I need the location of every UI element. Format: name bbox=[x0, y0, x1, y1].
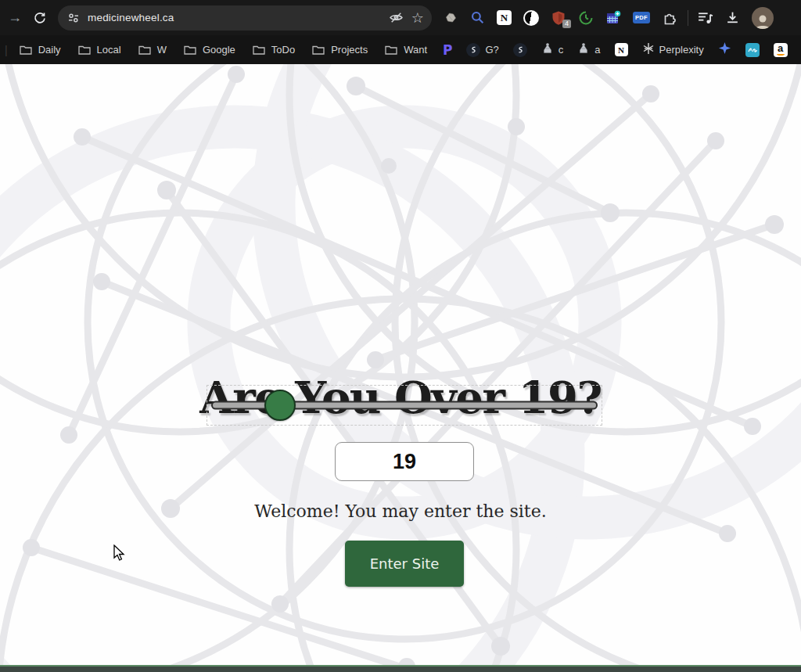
calendar-extension-icon[interactable] bbox=[605, 10, 621, 26]
p-favicon: P bbox=[443, 42, 452, 58]
enter-site-button[interactable]: Enter Site bbox=[345, 541, 464, 587]
bookmark-amazon[interactable]: a bbox=[774, 43, 788, 57]
eye-off-icon[interactable] bbox=[389, 10, 404, 25]
folder-icon bbox=[253, 44, 265, 56]
robed-figure-favicon bbox=[541, 42, 554, 58]
bookmark-perplexity[interactable]: Perplexity bbox=[642, 42, 704, 58]
bookmark-label: G? bbox=[485, 44, 498, 56]
footer-bar bbox=[0, 665, 801, 672]
age-input[interactable]: 19 bbox=[335, 442, 474, 481]
media-queue-icon[interactable] bbox=[697, 10, 713, 25]
bookmark-folder-daily[interactable]: Daily bbox=[20, 44, 61, 56]
bookmark-label: Projects bbox=[331, 44, 368, 56]
bookmark-folder-want[interactable]: Want bbox=[385, 44, 427, 56]
bookmark-label: W bbox=[157, 44, 167, 56]
bookmark-folder-todo[interactable]: ToDo bbox=[253, 44, 295, 56]
url-text[interactable]: medicinewheel.ca bbox=[88, 12, 381, 23]
dark-mode-extension-icon[interactable] bbox=[523, 10, 539, 26]
bookmark-label: Daily bbox=[38, 44, 61, 56]
site-settings-icon[interactable] bbox=[67, 12, 80, 24]
folder-icon bbox=[184, 44, 196, 56]
bookmark-label: Google bbox=[203, 44, 235, 56]
bookmark-label: Local bbox=[97, 44, 121, 56]
bookmark-label: a bbox=[594, 44, 600, 56]
notion-favicon: N bbox=[615, 43, 628, 56]
mouse-cursor bbox=[113, 544, 126, 562]
url-bar[interactable]: medicinewheel.ca ☆ bbox=[58, 5, 432, 31]
page-content: Are You Over 19? 19 Welcome! You may ent… bbox=[0, 64, 801, 665]
timer-extension-icon[interactable] bbox=[578, 10, 594, 26]
stone-extension-icon[interactable] bbox=[444, 11, 458, 25]
welcome-message: Welcome! You may enter the site. bbox=[0, 501, 801, 521]
bookmark-label: ToDo bbox=[271, 44, 295, 56]
bookmark-label: Want bbox=[404, 44, 427, 56]
bookmarks-bar: | Daily Local W Google ToDo Projects Wan… bbox=[0, 35, 801, 64]
bookmark-a-site[interactable]: a bbox=[577, 42, 600, 58]
bookmark-p-site[interactable]: P bbox=[443, 42, 452, 58]
bookmark-swirl-site[interactable] bbox=[513, 43, 527, 57]
forward-icon[interactable]: → bbox=[5, 9, 25, 26]
folder-icon bbox=[385, 44, 397, 56]
robed-figure-favicon bbox=[577, 42, 590, 58]
bookmark-folder-google[interactable]: Google bbox=[184, 44, 235, 56]
bookmarks-separator: | bbox=[5, 44, 8, 56]
script-site-favicon bbox=[745, 43, 760, 57]
search-extension-icon[interactable] bbox=[470, 10, 485, 25]
reload-icon[interactable] bbox=[33, 11, 47, 25]
perplexity-favicon bbox=[642, 42, 655, 58]
folder-icon bbox=[78, 44, 91, 56]
bookmark-sparkle-site[interactable] bbox=[718, 41, 731, 58]
globe-swirl-favicon bbox=[466, 43, 480, 57]
shield-extension-icon[interactable]: 4 bbox=[551, 10, 566, 26]
extensions-puzzle-icon[interactable] bbox=[662, 10, 677, 26]
downloads-icon[interactable] bbox=[725, 10, 740, 25]
folder-icon bbox=[312, 44, 325, 56]
bookmark-star-icon[interactable]: ☆ bbox=[411, 11, 424, 25]
bookmark-label: Perplexity bbox=[659, 44, 704, 56]
folder-icon bbox=[20, 44, 32, 56]
extension-badge: 4 bbox=[562, 20, 571, 28]
bookmark-folder-projects[interactable]: Projects bbox=[312, 44, 368, 56]
slider-thumb[interactable] bbox=[264, 390, 296, 421]
toolbar-separator bbox=[688, 10, 688, 26]
folder-icon bbox=[138, 44, 151, 56]
bookmark-teal-site[interactable] bbox=[745, 43, 760, 57]
toolbar-right-group bbox=[697, 7, 769, 29]
notion-extension-icon[interactable]: N bbox=[497, 10, 512, 25]
sparkle-favicon bbox=[718, 41, 731, 58]
bookmark-c-site[interactable]: c bbox=[541, 42, 564, 58]
bookmark-g-site[interactable]: G? bbox=[466, 43, 498, 57]
age-slider[interactable] bbox=[207, 385, 602, 426]
bookmark-label: c bbox=[559, 44, 564, 56]
globe-swirl-favicon bbox=[513, 43, 527, 57]
bookmark-folder-local[interactable]: Local bbox=[78, 44, 121, 56]
bookmark-notion[interactable]: N bbox=[615, 43, 628, 56]
pdf-extension-icon[interactable]: PDF bbox=[633, 12, 650, 23]
amazon-favicon: a bbox=[774, 43, 788, 57]
browser-toolbar: → medicinewheel.ca ☆ bbox=[0, 0, 801, 35]
extensions-row: N 4 bbox=[444, 10, 677, 26]
profile-avatar[interactable] bbox=[752, 7, 774, 29]
bookmark-folder-w[interactable]: W bbox=[138, 44, 167, 56]
